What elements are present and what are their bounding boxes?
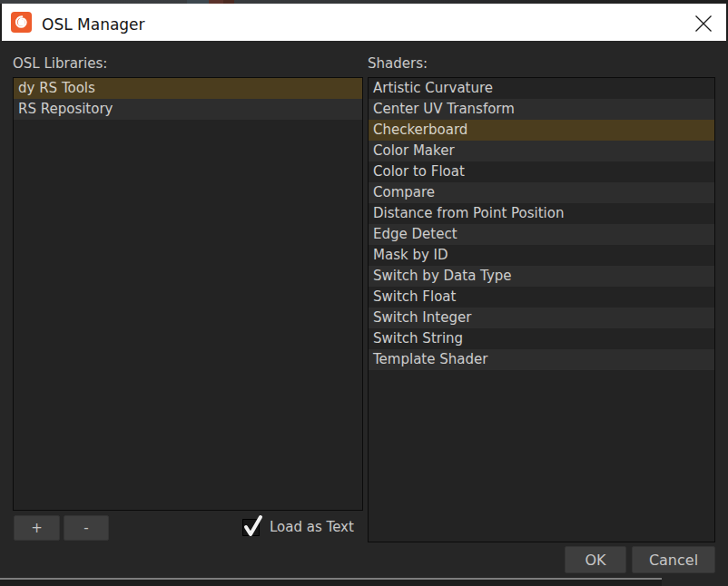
list-item[interactable]: Mask by ID [369,245,714,266]
window-title: OSL Manager [42,15,145,34]
list-item[interactable]: dy RS Tools [14,78,362,99]
shaders-list[interactable]: Artistic CurvatureCenter UV TransformChe… [368,77,715,542]
load-as-text-checkbox[interactable] [242,519,260,536]
close-button[interactable] [690,10,717,37]
list-item[interactable]: Checkerboard [369,120,714,141]
list-item[interactable]: Distance from Point Position [369,203,714,224]
load-as-text-label: Load as Text [270,519,354,536]
list-item[interactable]: Artistic Curvature [369,78,714,99]
list-item[interactable]: Color Maker [369,141,714,161]
cancel-button[interactable]: Cancel [632,546,715,573]
shaders-label: Shaders: [368,54,428,73]
list-item[interactable]: Switch Integer [369,308,714,328]
list-item[interactable]: Center UV Transform [369,99,714,120]
libraries-label: OSL Libraries: [13,54,107,73]
remove-library-button[interactable]: - [64,515,109,541]
add-library-button[interactable]: + [14,515,60,541]
list-item[interactable]: Color to Float [369,161,714,182]
titlebar: OSL Manager [0,4,728,41]
libraries-list[interactable]: dy RS ToolsRS Repository [13,77,363,511]
background-window-edge [0,580,662,586]
list-item[interactable]: Compare [369,182,714,203]
close-icon [694,15,713,33]
list-item[interactable]: Edge Detect [369,224,714,245]
ok-button[interactable]: OK [565,546,626,573]
list-item[interactable]: Template Shader [369,349,714,370]
list-item[interactable]: Switch String [369,328,714,349]
list-item[interactable]: Switch Float [369,287,714,308]
osl-manager-dialog: OSL Manager OSL Libraries: Shaders: dy R… [0,0,728,586]
list-item[interactable]: RS Repository [14,99,362,120]
checkmark-icon [242,513,264,536]
list-item[interactable]: Switch by Data Type [369,266,714,287]
redshift-logo-icon [11,12,32,33]
